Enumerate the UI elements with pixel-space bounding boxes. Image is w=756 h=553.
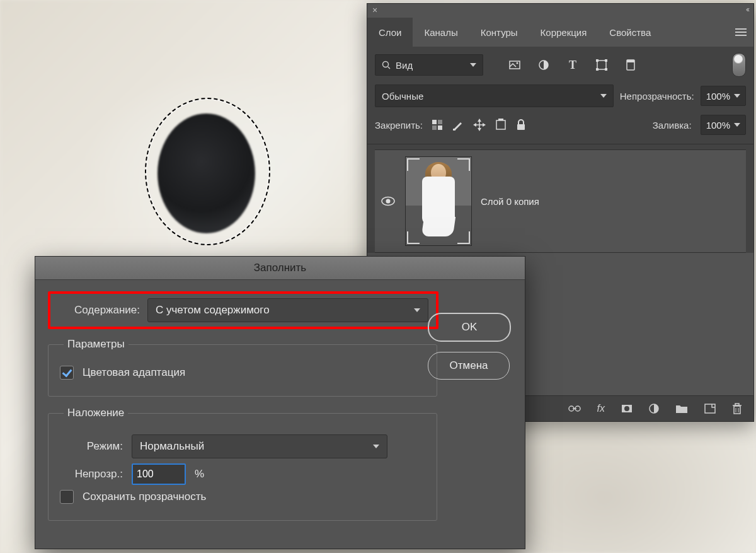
opacity-input[interactable] [132, 463, 186, 485]
dialog-title[interactable]: Заполнить [35, 257, 525, 280]
lock-artboard-icon[interactable] [495, 119, 507, 131]
filter-smart-icon[interactable] [624, 59, 637, 71]
svg-rect-8 [596, 68, 598, 71]
tab-label: Свойства [609, 27, 651, 38]
mask-icon[interactable] [621, 404, 633, 413]
mode-select[interactable]: Нормальный [132, 434, 387, 458]
chevron-down-icon [734, 94, 740, 98]
svg-marker-17 [478, 119, 481, 122]
svg-marker-20 [483, 123, 486, 127]
color-adaptation-checkbox[interactable] [60, 366, 74, 380]
close-icon[interactable]: × [372, 5, 377, 15]
tab-properties[interactable]: Свойства [598, 18, 662, 47]
chevron-down-icon [600, 94, 607, 98]
visibility-toggle[interactable] [381, 196, 396, 206]
tab-label: Слои [379, 27, 401, 38]
opacity-value-box[interactable]: 100% [701, 86, 746, 106]
blend-legend: Наложение [64, 407, 128, 419]
content-label: Содержание: [58, 304, 140, 317]
tab-channels[interactable]: Каналы [413, 18, 469, 47]
filter-adjust-icon[interactable] [537, 59, 550, 71]
color-adaptation-label: Цветовая адаптация [83, 366, 185, 379]
tab-layers[interactable]: Слои [367, 18, 413, 47]
ok-label: OK [462, 321, 478, 334]
svg-rect-33 [734, 406, 740, 414]
cancel-label: Отмена [450, 359, 488, 372]
lock-brush-icon[interactable] [452, 119, 464, 131]
filter-label: Вид [396, 60, 413, 71]
cancel-button[interactable]: Отмена [428, 352, 510, 380]
svg-rect-14 [432, 125, 437, 130]
search-icon [382, 61, 391, 69]
group-icon[interactable] [675, 404, 688, 414]
ok-button[interactable]: OK [428, 313, 511, 342]
chevron-down-icon [414, 308, 420, 312]
chevron-down-icon [470, 63, 476, 67]
blend-mode-value: Обычные [382, 91, 423, 102]
mode-value: Нормальный [140, 440, 204, 453]
svg-rect-13 [438, 120, 442, 124]
layer-row[interactable]: Слой 0 копия [375, 149, 746, 253]
blending-group: Наложение Режим: Нормальный Непрозр.: % … [48, 407, 437, 521]
layer-thumbnail[interactable] [405, 156, 472, 246]
filter-icons: T [508, 59, 637, 71]
preserve-transparency-label: Сохранить прозрачность [83, 491, 206, 503]
panel-tabs: Слои Каналы Контуры Коррекция Свойства [367, 18, 753, 47]
preserve-transparency-checkbox[interactable] [60, 490, 74, 504]
content-value: С учетом содержимого [156, 304, 270, 317]
adjustment-icon[interactable] [649, 404, 659, 414]
canvas-button-object [158, 114, 255, 233]
chevron-down-icon [373, 445, 379, 448]
lock-position-icon[interactable] [473, 119, 486, 131]
link-layers-icon[interactable] [568, 404, 581, 413]
svg-rect-37 [735, 404, 739, 405]
trash-icon[interactable] [732, 403, 742, 414]
svg-rect-15 [438, 125, 442, 130]
layer-name[interactable]: Слой 0 копия [481, 196, 539, 207]
filter-shape-icon[interactable] [595, 59, 608, 71]
lock-pixels-icon[interactable] [432, 119, 443, 131]
svg-rect-21 [496, 120, 505, 129]
tab-label: Контуры [481, 27, 518, 38]
svg-rect-9 [605, 68, 607, 71]
fill-value-box[interactable]: 100% [701, 115, 746, 135]
fx-icon[interactable]: fx [597, 403, 605, 414]
svg-point-30 [624, 406, 629, 411]
filter-toggle[interactable] [732, 53, 746, 77]
svg-rect-7 [605, 59, 607, 62]
fill-dialog: Заполнить Содержание: С учетом содержимо… [35, 256, 525, 549]
svg-rect-12 [432, 120, 437, 124]
opacity-value: 100% [706, 91, 730, 102]
new-layer-icon[interactable] [704, 404, 716, 414]
blend-mode-select[interactable]: Обычные [375, 84, 614, 107]
tab-adjustments[interactable]: Коррекция [529, 18, 598, 47]
lock-label: Закрепить: [375, 120, 423, 131]
params-group: Параметры Цветовая адаптация [48, 338, 437, 397]
panel-body: Вид T Обычные Непрозрачность: 100% [367, 47, 753, 253]
svg-point-0 [383, 62, 389, 67]
lock-all-icon[interactable] [516, 119, 526, 131]
content-select[interactable]: С учетом содержимого [147, 298, 428, 322]
svg-rect-11 [627, 60, 634, 62]
svg-rect-5 [597, 61, 606, 69]
filter-text-icon[interactable]: T [566, 59, 579, 71]
chevron-down-icon [734, 123, 740, 127]
eye-icon [381, 196, 395, 206]
params-legend: Параметры [64, 338, 129, 351]
svg-rect-16 [453, 129, 455, 131]
svg-line-1 [388, 67, 390, 69]
opacity-suffix: % [195, 468, 204, 480]
tab-label: Коррекция [541, 27, 587, 38]
layer-filter-select[interactable]: Вид [375, 54, 483, 76]
panel-menu-icon[interactable] [728, 18, 753, 47]
svg-rect-32 [705, 404, 715, 413]
tab-paths[interactable]: Контуры [469, 18, 529, 47]
panel-header[interactable]: × ‹‹ [367, 4, 753, 18]
collapse-icon[interactable]: ‹‹ [746, 5, 748, 14]
svg-marker-19 [473, 123, 476, 127]
filter-pixel-icon[interactable] [508, 59, 521, 71]
layer-list: Слой 0 копия [367, 144, 753, 253]
fill-label: Заливка: [653, 120, 692, 131]
svg-point-3 [517, 62, 518, 64]
fill-value: 100% [706, 120, 730, 131]
